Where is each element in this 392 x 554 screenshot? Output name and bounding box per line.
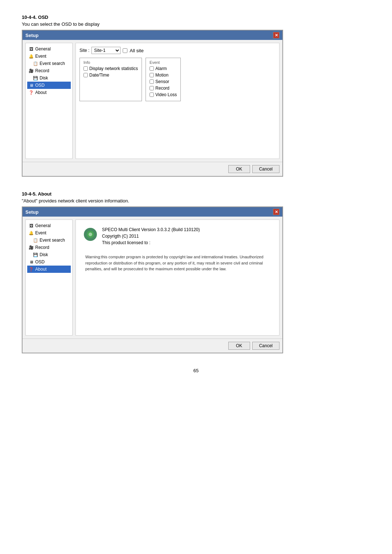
sidebar-item-general-1[interactable]: General bbox=[27, 45, 71, 53]
info-panel-title-1: Info bbox=[83, 60, 138, 65]
window2-title: Setup bbox=[25, 209, 38, 215]
section2-title: 10-4-5. About bbox=[22, 191, 370, 197]
record-checkbox[interactable] bbox=[150, 86, 154, 90]
sidebar-item-record-2[interactable]: Record bbox=[27, 244, 71, 251]
checkbox-sensor: Sensor bbox=[150, 79, 177, 84]
site-label-1: Site : bbox=[79, 48, 89, 53]
sidebar-item-event-1[interactable]: Event bbox=[27, 53, 71, 60]
sidebar-item-disk-2[interactable]: Disk bbox=[27, 251, 71, 258]
general-icon-2 bbox=[29, 223, 34, 228]
sidebar-item-about-1[interactable]: About bbox=[27, 89, 71, 96]
checkbox-alarm: Alarm bbox=[150, 66, 177, 71]
sidebar-label-about-1: About bbox=[35, 90, 46, 95]
event-panel-1: Event Alarm Motion Sensor bbox=[146, 58, 181, 101]
sidebar-item-osd-2[interactable]: OSD bbox=[27, 258, 71, 266]
osd-icon-1 bbox=[29, 83, 34, 88]
ok-button-2[interactable]: OK bbox=[228, 342, 250, 350]
section1-desc: You can select the OSD to be display bbox=[22, 21, 370, 27]
alarm-checkbox[interactable] bbox=[150, 66, 154, 71]
window1-title: Setup bbox=[25, 33, 38, 38]
sidebar-1: General Event Event search Record Disk O… bbox=[25, 43, 73, 159]
motion-checkbox[interactable] bbox=[150, 73, 154, 77]
general-icon-1 bbox=[29, 46, 34, 52]
sidebar-label-record-2: Record bbox=[35, 245, 49, 250]
sidebar-label-event-1: Event bbox=[35, 54, 46, 59]
about-icon-1 bbox=[29, 90, 34, 95]
panels-row-1: Info Display network statistics Date/Tim… bbox=[79, 58, 275, 101]
display-network-checkbox[interactable] bbox=[83, 66, 88, 71]
sidebar-label-eventsearch-1: Event search bbox=[40, 61, 65, 66]
section2-desc: "About" provides network client version … bbox=[22, 198, 370, 204]
display-network-label: Display network statistics bbox=[89, 66, 138, 71]
setup-footer-2: OK Cancel bbox=[23, 338, 282, 353]
cancel-button-2[interactable]: Cancel bbox=[252, 342, 279, 350]
sidebar-item-eventsearch-1[interactable]: Event search bbox=[27, 60, 71, 67]
setup-window-2: Setup ✕ General Event Event search Recor… bbox=[22, 206, 283, 353]
setup-window-1: Setup ✕ General Event Event search Recor… bbox=[22, 30, 283, 177]
checkbox-motion: Motion bbox=[150, 73, 177, 78]
site-row-1: Site : Site-1 All site bbox=[79, 47, 275, 54]
cancel-button-1[interactable]: Cancel bbox=[252, 165, 279, 173]
sidebar-item-osd-1[interactable]: OSD bbox=[27, 82, 71, 89]
sidebar-item-disk-1[interactable]: Disk bbox=[27, 74, 71, 82]
sidebar-item-about-2[interactable]: About bbox=[27, 266, 71, 273]
disk-icon-1 bbox=[33, 75, 38, 81]
setup-body-2: General Event Event search Record Disk O… bbox=[23, 217, 282, 338]
osd-icon-2 bbox=[29, 259, 34, 264]
sidebar-label-general-2: General bbox=[35, 223, 51, 228]
record-icon-1 bbox=[29, 68, 34, 73]
event-icon-1 bbox=[29, 54, 34, 59]
event-panel-title-1: Event bbox=[150, 60, 177, 65]
record-icon-2 bbox=[29, 245, 34, 250]
checkbox-display-network: Display network statistics bbox=[83, 66, 138, 71]
about-content: SPECO Multi Client Version 3.0.3.2 (Buil… bbox=[79, 223, 275, 278]
sidebar-item-general-2[interactable]: General bbox=[27, 222, 71, 229]
datetime-checkbox[interactable] bbox=[83, 73, 88, 77]
sidebar-label-record-1: Record bbox=[35, 68, 49, 73]
videoloss-label: Video Loss bbox=[155, 92, 177, 97]
close-button-2[interactable]: ✕ bbox=[273, 209, 279, 215]
videoloss-checkbox[interactable] bbox=[150, 93, 154, 97]
version-line: SPECO Multi Client Version 3.0.3.2 (Buil… bbox=[102, 227, 200, 232]
close-button-1[interactable]: ✕ bbox=[273, 32, 279, 38]
sidebar-label-disk-1: Disk bbox=[40, 75, 48, 81]
sidebar-label-osd-1: OSD bbox=[35, 83, 45, 88]
all-site-checkbox-1[interactable] bbox=[123, 48, 127, 53]
checkbox-datetime: Date/Time bbox=[83, 73, 138, 78]
motion-label: Motion bbox=[155, 73, 168, 78]
main-content-2: SPECO Multi Client Version 3.0.3.2 (Buil… bbox=[75, 219, 279, 336]
setup-body-1: General Event Event search Record Disk O… bbox=[23, 40, 282, 162]
sidebar-item-eventsearch-2[interactable]: Event search bbox=[27, 237, 71, 244]
titlebar-1: Setup ✕ bbox=[23, 30, 282, 40]
sidebar-label-osd-2: OSD bbox=[35, 259, 45, 264]
sidebar-label-general-1: General bbox=[35, 46, 51, 52]
sidebar-label-event-2: Event bbox=[35, 230, 46, 235]
sidebar-item-event-2[interactable]: Event bbox=[27, 229, 71, 237]
site-select-1[interactable]: Site-1 bbox=[91, 47, 121, 54]
disk-icon-2 bbox=[33, 252, 38, 257]
datetime-label: Date/Time bbox=[89, 73, 109, 78]
ok-button-1[interactable]: OK bbox=[228, 165, 250, 173]
eventsearch-icon-1 bbox=[33, 61, 38, 66]
checkbox-videoloss: Video Loss bbox=[150, 92, 177, 97]
event-icon-2 bbox=[29, 230, 34, 235]
alarm-label: Alarm bbox=[155, 66, 167, 71]
eventsearch-icon-2 bbox=[33, 238, 38, 243]
about-text: SPECO Multi Client Version 3.0.3.2 (Buil… bbox=[102, 227, 200, 247]
copyright-line: Copyrigth (C) 2011 bbox=[102, 234, 200, 239]
info-panel-1: Info Display network statistics Date/Tim… bbox=[79, 58, 142, 101]
sidebar-label-about-2: About bbox=[35, 267, 46, 272]
sensor-label: Sensor bbox=[155, 79, 169, 84]
about-logo-row: SPECO Multi Client Version 3.0.3.2 (Buil… bbox=[83, 227, 272, 247]
section1-title: 10-4-4. OSD bbox=[22, 15, 370, 20]
sensor-checkbox[interactable] bbox=[150, 79, 154, 84]
sidebar-item-record-1[interactable]: Record bbox=[27, 67, 71, 74]
about-icon-2 bbox=[29, 267, 34, 272]
logo-svg bbox=[83, 227, 98, 242]
sidebar-label-disk-2: Disk bbox=[40, 252, 48, 257]
about-logo bbox=[83, 227, 98, 242]
licensed-line: This product licensed to : bbox=[102, 240, 200, 245]
checkbox-record: Record bbox=[150, 86, 177, 91]
all-site-label-1: All site bbox=[130, 48, 143, 53]
record-label: Record bbox=[155, 86, 170, 91]
